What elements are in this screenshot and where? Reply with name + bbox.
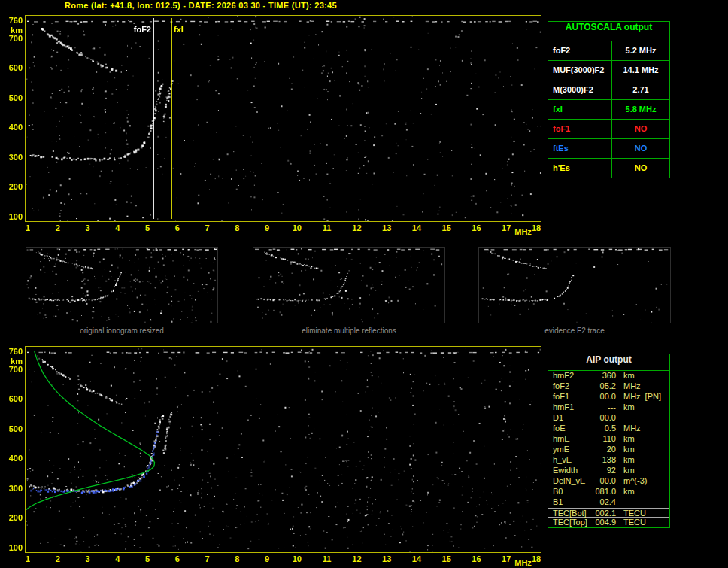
- autoscala-row: M(3000)F22.71: [548, 80, 669, 99]
- autoscala-row-value: NO: [611, 120, 669, 138]
- x-tick-label: 1: [20, 223, 35, 232]
- aip-row-label: hmF1: [553, 402, 592, 413]
- x-tick-label: 7: [200, 554, 215, 563]
- autoscala-row-value: 5.2 MHz: [611, 41, 669, 60]
- aip-row-label: B0: [553, 487, 592, 497]
- autoscala-row-value: 2.71: [611, 80, 669, 99]
- aip-table-title: AIP output: [548, 354, 669, 371]
- aip-row: foF205.2MHz: [548, 381, 669, 392]
- x-tick-label: 2: [50, 223, 65, 232]
- x-axis-unit: MHz: [514, 227, 529, 236]
- aip-row-unit: TECU: [616, 518, 646, 526]
- aip-row-unit: km: [616, 466, 635, 476]
- autoscala-row: MUF(3000)F214.1 MHz: [548, 60, 669, 80]
- y-axis-unit: km: [2, 26, 23, 35]
- panel-original-ionogram-canvas: [26, 248, 217, 323]
- aip-row-label: hmE: [553, 434, 592, 445]
- bottom-ionogram-canvas: [26, 347, 541, 552]
- y-tick-label: 100: [2, 212, 23, 221]
- x-tick-label: 17: [499, 554, 514, 563]
- aip-row: hmF2360km: [548, 371, 669, 381]
- aip-row-label: Ewidth: [553, 466, 592, 476]
- autoscala-row: fxI5.8 MHz: [548, 99, 669, 119]
- autoscala-row: foF1NO: [548, 119, 669, 138]
- aip-row-value: 00.0: [592, 392, 616, 402]
- autoscala-row-value: NO: [611, 139, 669, 158]
- aip-row-label: foF1: [553, 392, 592, 402]
- aip-tec-row: TEC[Top]004.9TECU: [548, 517, 669, 526]
- aip-row-label: h_vE: [553, 455, 592, 466]
- aip-row-value: 0.5: [592, 424, 616, 434]
- aip-row-label: hmF2: [553, 371, 592, 381]
- y-tick-label: 700: [2, 34, 23, 43]
- y-tick-label: 300: [2, 153, 23, 162]
- aip-row-label: ymE: [553, 445, 592, 455]
- aip-row-unit: MHz: [616, 392, 641, 402]
- x-tick-label: 11: [320, 223, 335, 232]
- y-tick-label: 600: [2, 394, 23, 403]
- x-tick-label: 3: [80, 223, 96, 232]
- station-title: Rome (lat: +41.8, lon: 012.5) - DATE: 20…: [65, 1, 337, 10]
- aip-row-value: 002.1: [592, 509, 616, 517]
- bottom-ionogram-plot: [25, 346, 541, 553]
- x-tick-label: 17: [499, 223, 514, 232]
- aip-row-value: 20: [592, 445, 616, 455]
- top-ionogram-plot: [25, 15, 541, 222]
- y-tick-label: 500: [2, 424, 23, 433]
- x-tick-label: 3: [80, 554, 96, 563]
- aip-row-unit: km: [616, 371, 635, 381]
- aip-row: ymE20km: [548, 445, 669, 455]
- y-tick-label: 200: [2, 182, 23, 191]
- aip-row-label: foF2: [553, 381, 592, 392]
- y-tick-label: 760: [2, 347, 23, 356]
- x-tick-label: 14: [409, 554, 424, 563]
- y-tick-label: 400: [2, 123, 23, 132]
- x-tick-label: 7: [200, 223, 215, 232]
- y-tick-label: 600: [2, 63, 23, 72]
- aip-row-unit: [616, 497, 623, 508]
- x-axis-unit: MHz: [514, 558, 529, 567]
- x-tick-label: 12: [349, 554, 364, 563]
- aip-row: Ewidth92km: [548, 466, 669, 476]
- aip-row-label: DelN_vE: [553, 476, 592, 487]
- x-tick-label: 1: [20, 554, 35, 563]
- autoscala-row: foF25.2 MHz: [548, 41, 669, 60]
- x-tick-label: 12: [349, 223, 364, 232]
- aip-row: B0081.0km: [548, 487, 669, 497]
- aip-row-unit: TECU: [616, 509, 646, 517]
- aip-row-unit: km: [616, 434, 635, 445]
- aip-row-label: TEC[Bot]: [553, 509, 592, 517]
- aip-table-rows: hmF2360kmfoF205.2MHzfoF100.0MHz[PN]hmF1-…: [548, 371, 669, 526]
- x-tick-label: 6: [170, 223, 185, 232]
- aip-row-value: 02.4: [592, 497, 616, 508]
- x-tick-label: 9: [259, 554, 275, 563]
- aip-row: foE0.5MHz: [548, 424, 669, 434]
- autoscala-row: h'EsNO: [548, 158, 669, 178]
- aip-row-value: 110: [592, 434, 616, 445]
- y-tick-label: 760: [2, 16, 23, 25]
- panel-eliminate-reflections: [253, 247, 445, 323]
- autoscala-row-label: foF2: [548, 41, 611, 60]
- y-tick-label: 300: [2, 484, 23, 493]
- aip-row: hmE110km: [548, 434, 669, 445]
- top-ionogram-canvas: [26, 16, 541, 221]
- aip-row-value: 360: [592, 371, 616, 381]
- panel-evidence-f2-trace: [478, 247, 671, 323]
- aip-row-unit: [616, 413, 623, 424]
- aip-row-note: [PN]: [645, 392, 661, 402]
- autoscala-table-title: AUTOSCALA output: [548, 22, 669, 41]
- autoscala-row-label: foF1: [548, 120, 611, 138]
- x-tick-label: 14: [409, 223, 424, 232]
- panel-eliminate-reflections-canvas: [253, 248, 444, 323]
- aip-row-value: 92: [592, 466, 616, 476]
- x-tick-label: 10: [290, 554, 305, 563]
- aip-row-label: foE: [553, 424, 592, 434]
- aip-row-unit: km: [616, 455, 635, 466]
- y-tick-label: 400: [2, 454, 23, 463]
- x-tick-label: 13: [379, 223, 394, 232]
- y-tick-label: 100: [2, 543, 23, 552]
- aip-row-value: 138: [592, 455, 616, 466]
- autoscala-row-label: MUF(3000)F2: [548, 61, 611, 80]
- autoscala-row-label: h'Es: [548, 159, 611, 178]
- x-tick-label: 8: [229, 554, 244, 563]
